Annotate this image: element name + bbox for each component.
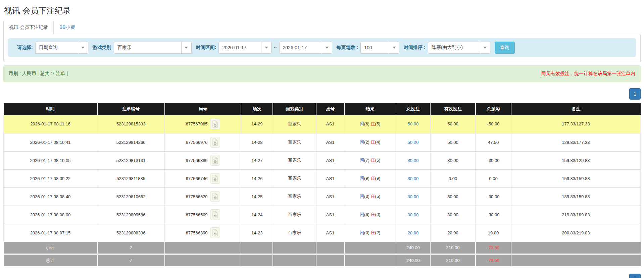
footer-count: 7 (97, 254, 165, 266)
video-replay-button[interactable] (210, 191, 220, 202)
cell-table-no-text: AS1 (326, 212, 335, 217)
date-range-label: 时间区间: (196, 45, 216, 51)
cell-session: 14-27 (241, 151, 273, 169)
footer-empty (241, 242, 273, 254)
date-from-picker[interactable]: 2026-01-17 (218, 42, 271, 54)
subtotal-row: 小计7240.00210.00-73.50 (4, 242, 641, 254)
cell-game-type-text: 百家乐 (288, 158, 301, 163)
chevron-down-icon[interactable] (181, 42, 191, 53)
table-row: 2026-01-17 08:10:41523129814266677566976… (4, 133, 641, 151)
page-title: 视讯 会员下注纪录 (4, 5, 640, 16)
cell-valid-bet-text: 50.00 (447, 140, 458, 145)
result-player-label: 闲 (360, 194, 364, 199)
cell-session: 14-25 (241, 187, 273, 206)
cell-session: 14-26 (241, 169, 273, 187)
cell-payout-text: 0.00 (489, 176, 497, 181)
table-row: 2026-01-17 08:08:40523129810652677566620… (4, 187, 641, 206)
result-banker-label: 庄 (371, 212, 375, 217)
time-sort-select[interactable]: 降幂(由大到小) (428, 42, 490, 54)
video-replay-button[interactable] (210, 155, 220, 166)
total-bet-link[interactable]: 30.00 (408, 212, 419, 217)
cell-note-text: 159.83/129.83 (562, 158, 590, 163)
cell-time-text: 2026-01-17 08:11:16 (30, 121, 70, 126)
cell-payout: 47.50 (476, 133, 511, 151)
cell-game-type: 百家乐 (273, 115, 316, 133)
tab-bb-tip[interactable]: BB小费 (54, 21, 81, 34)
total-bet-link[interactable]: 30.00 (408, 158, 419, 163)
cell-valid-bet-text: 30.00 (447, 194, 458, 199)
column-header: 总派彩 (476, 103, 511, 115)
column-header: 结果 (344, 103, 396, 115)
cell-table-no: AS1 (316, 187, 344, 206)
round-id-text: 677567085 (186, 121, 208, 126)
total-bet-link[interactable]: 20.00 (408, 230, 419, 235)
page-size-value: 100 (361, 45, 389, 50)
table-row: 2026-01-17 08:07:15523129808336677566390… (4, 224, 641, 242)
cell-valid-bet-text: 30.00 (447, 212, 458, 217)
page-size-label: 每页笔数 : (337, 45, 358, 51)
cell-valid-bet-text: 20.00 (447, 230, 458, 235)
page-1-button-top[interactable]: 1 (629, 88, 641, 100)
cell-round-id: 677566746 (165, 169, 241, 187)
result-banker-score: (0) (375, 212, 381, 217)
cell-session: 14-28 (241, 133, 273, 151)
time-sort-label: 时间排序 : (404, 45, 426, 51)
table-row: 2026-01-17 08:11:16523129815333677567085… (4, 115, 641, 133)
cell-session-text: 14-26 (251, 176, 262, 181)
footer-empty (344, 242, 396, 254)
column-header: 桌号 (316, 103, 344, 115)
cell-bet-id: 523129811885 (97, 169, 165, 187)
chevron-down-icon[interactable] (389, 42, 399, 53)
footer-empty (273, 242, 316, 254)
cell-session: 14-24 (241, 206, 273, 224)
total-bet-link[interactable]: 50.00 (408, 121, 419, 126)
video-replay-button[interactable] (210, 227, 220, 238)
cell-valid-bet-text: 30.00 (447, 158, 458, 163)
video-file-icon (212, 120, 218, 128)
cell-bet-id: 523129809586 (97, 206, 165, 224)
cell-payout: -30.00 (476, 206, 511, 224)
cell-time-text: 2026-01-17 08:08:00 (30, 212, 71, 217)
round-id-text: 677566390 (186, 230, 208, 235)
page-1-button-bottom[interactable]: 1 (629, 274, 641, 278)
cell-game-type-text: 百家乐 (288, 212, 301, 217)
cell-payout-text: -30.00 (487, 194, 500, 199)
cell-game-type: 百家乐 (273, 151, 316, 169)
cell-payout-text: -30.00 (487, 212, 500, 217)
cell-time: 2026-01-17 08:10:05 (4, 151, 97, 169)
footer-label: 小计 (4, 242, 97, 254)
total-bet-link[interactable]: 50.00 (408, 140, 419, 145)
video-replay-button[interactable] (210, 119, 220, 129)
date-to-picker[interactable]: 2026-01-17 (279, 42, 332, 54)
search-button[interactable]: 查询 (495, 42, 515, 54)
cell-table-no-text: AS1 (326, 140, 335, 145)
game-type-select[interactable]: 百家乐 (114, 42, 192, 54)
chevron-down-icon[interactable] (322, 42, 332, 53)
cell-payout-text: 19.00 (488, 230, 499, 235)
cell-time-text: 2026-01-17 08:10:41 (30, 140, 71, 145)
cell-game-type: 百家乐 (273, 187, 316, 206)
cell-round-id: 677567085 (165, 115, 241, 133)
query-type-select[interactable]: 日期查询 (35, 42, 88, 54)
result-player-score: (7) (364, 158, 369, 163)
currency-summary-text: 币别 : 人民币 | 总共 :7 注单 | (9, 71, 68, 77)
cell-total-bet: 30.00 (396, 151, 430, 169)
cell-time-text: 2026-01-17 08:08:40 (30, 194, 71, 199)
chevron-down-icon[interactable] (261, 42, 271, 53)
cell-session-text: 14-29 (251, 121, 262, 126)
tab-betting-records[interactable]: 视讯 会员下注纪录 (3, 21, 54, 34)
cell-round-id: 677566620 (165, 187, 241, 206)
chevron-down-icon[interactable] (78, 42, 88, 53)
video-replay-button[interactable] (210, 209, 220, 220)
page-size-select[interactable]: 100 (360, 42, 399, 54)
footer-empty (165, 254, 241, 266)
chevron-down-icon[interactable] (480, 42, 490, 53)
cell-bet-id-text: 523129813131 (116, 158, 146, 163)
cell-result: 闲(0) 庄(2) (344, 224, 396, 242)
total-bet-link[interactable]: 30.00 (408, 176, 419, 181)
video-replay-button[interactable] (210, 173, 220, 184)
cell-note: 177.33/127.33 (511, 115, 640, 133)
video-replay-button[interactable] (210, 137, 220, 148)
total-bet-link[interactable]: 30.00 (408, 194, 419, 199)
tab-bar: 视讯 会员下注纪录 BB小费 (3, 21, 641, 34)
